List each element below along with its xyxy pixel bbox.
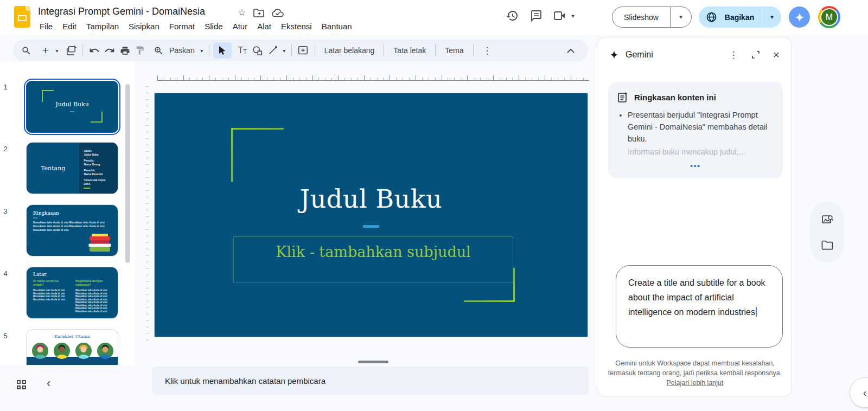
toolbar-divider [473, 44, 474, 56]
toolbar-divider [315, 44, 315, 56]
menu-edit[interactable]: Edit [58, 20, 81, 33]
thumb4-question-2: Bagaimana dengan waktunya? [75, 279, 109, 287]
menu-tools[interactable]: Alat [252, 20, 276, 33]
select-tool-icon[interactable] [213, 42, 232, 59]
folder-icon[interactable] [821, 240, 833, 250]
toolbar-overflow-icon[interactable]: ⋮ [477, 45, 497, 56]
thumb1-title: Judul Buku [27, 101, 118, 108]
insert-shape-icon[interactable] [250, 42, 265, 59]
search-menus-icon[interactable] [18, 42, 34, 59]
star-icon[interactable]: ☆ [238, 8, 246, 18]
menu-file[interactable]: File [35, 20, 58, 33]
slide-subtitle-textbox[interactable]: Klik - tambahkan subjudul [233, 236, 513, 283]
slideshow-button[interactable]: Slideshow ▾ [612, 7, 692, 28]
gemini-panel-spark-icon [609, 50, 619, 60]
summary-expand-dots[interactable]: ••• [608, 162, 783, 170]
slide-thumbnail-3[interactable]: Ringkasan Masukkan teks Anda di sini Mas… [26, 204, 118, 256]
version-history-icon[interactable] [506, 9, 519, 22]
gemini-expand-icon[interactable] [751, 50, 760, 59]
redo-icon[interactable] [102, 42, 117, 59]
comment-history-icon[interactable] [529, 9, 542, 22]
slides-logo-icon[interactable] [14, 6, 30, 28]
grid-view-icon[interactable] [17, 380, 26, 389]
menu-help[interactable]: Bantuan [317, 20, 357, 33]
books-illustration [87, 234, 112, 252]
background-button[interactable]: Latar belakang [319, 43, 380, 58]
thumb1-corner-tl [42, 90, 54, 102]
fit-zoom-select[interactable]: Paskan [166, 46, 198, 55]
thumb1-dash [70, 111, 74, 112]
move-folder-icon[interactable] [253, 9, 264, 17]
character-avatar-4 [97, 343, 113, 359]
fit-zoom-caret-icon[interactable]: ▾ [199, 48, 205, 54]
insert-line-caret-icon[interactable]: ▾ [281, 48, 288, 54]
gemini-close-icon[interactable]: × [773, 49, 780, 60]
share-label: Bagikan [717, 13, 762, 22]
new-slide-caret-icon[interactable]: ▾ [54, 48, 60, 54]
menu-insert[interactable]: Sisipkan [124, 20, 164, 33]
video-call-icon[interactable] [553, 10, 566, 22]
thumb1-corner-br [91, 112, 103, 123]
thumb2-dash [84, 188, 90, 189]
layout-button[interactable]: Tata letak [388, 43, 431, 58]
new-slide-plus-icon[interactable]: + [38, 42, 53, 59]
toolbar-divider [384, 44, 384, 56]
share-caret-icon[interactable]: ▾ [763, 14, 781, 21]
document-title[interactable]: Integrasi Prompt Gemini - DomaiNesia [38, 6, 205, 17]
slide-thumbnail-1[interactable]: Judul Buku [24, 79, 120, 135]
character-avatar-3 [75, 343, 92, 359]
speaker-notes[interactable]: Klik untuk menambahkan catatan pembicara [152, 367, 589, 395]
thumb2-title: Tentang [27, 143, 79, 194]
paint-format-icon[interactable] [132, 42, 148, 59]
cloud-status-icon[interactable] [272, 9, 284, 17]
gemini-prompt-text: Create a title and subtitle for a book a… [628, 278, 765, 317]
menu-extensions[interactable]: Ekstensi [276, 20, 317, 33]
video-call-caret-icon[interactable]: ▾ [570, 13, 576, 19]
collapse-toolbar-icon[interactable] [563, 42, 578, 59]
gemini-panel-header: Gemini ⋮ × [597, 37, 792, 72]
zoom-icon[interactable] [151, 42, 166, 59]
toolbar-divider [82, 44, 83, 56]
theme-button[interactable]: Tema [439, 43, 469, 58]
gemini-overflow-icon[interactable]: ⋮ [729, 49, 738, 61]
thumb3-dash [33, 217, 37, 219]
collapse-panel-button[interactable]: ‹ [850, 377, 868, 408]
add-comment-icon[interactable] [296, 42, 311, 59]
slide-thumbnail-5[interactable]: Karakter Utama [26, 329, 118, 365]
thumb3-title: Ringkasan [33, 210, 59, 216]
new-slide-layout-icon[interactable] [63, 42, 79, 59]
summary-title: Ringkasan konten ini [634, 93, 716, 102]
thumb4-title: Latar [33, 272, 47, 277]
menu-format[interactable]: Format [164, 20, 200, 33]
insert-line-icon[interactable] [265, 42, 280, 59]
thumb5-title: Karakter Utama [27, 334, 118, 339]
menu-view[interactable]: Tampilan [81, 20, 124, 33]
slideshow-caret-icon[interactable]: ▾ [671, 14, 691, 21]
current-slide[interactable]: Judul Buku Klik - tambahkan subjudul [155, 93, 588, 337]
toolbar-divider [209, 44, 209, 56]
gemini-spark-button[interactable] [789, 7, 810, 28]
filmstrip-scrollbar[interactable] [125, 84, 130, 263]
gemini-panel-title: Gemini [626, 50, 653, 60]
slide-thumbnail-4[interactable]: Latar Di mana ceritanya terjadi? Masukka… [26, 267, 118, 319]
disclaimer-text: Gemini untuk Workspace dapat membuat kes… [608, 359, 782, 377]
share-button[interactable]: Bagikan ▾ [699, 7, 781, 28]
summary-bullet-2: Informasi buku mencakup judul,... [628, 146, 773, 158]
avatar-initial: M [820, 8, 838, 26]
collapse-filmstrip-icon[interactable]: ‹ [47, 376, 50, 390]
undo-icon[interactable] [87, 42, 102, 59]
learn-more-link[interactable]: Pelajari lebih lanjut [667, 379, 724, 387]
slide-title-textbox[interactable]: Judul Buku [155, 184, 588, 214]
slide-thumbnail-2[interactable]: Tentang Judul: Judul Buku Penulis: Nama … [26, 142, 118, 194]
notes-resize-handle[interactable] [358, 361, 388, 363]
slide-title-dash [363, 225, 379, 228]
account-avatar[interactable]: M [818, 6, 840, 28]
menu-slide[interactable]: Slide [200, 20, 227, 33]
menu-arrange[interactable]: Atur [228, 20, 253, 33]
gemini-prompt-input[interactable]: Create a title and subtitle for a book a… [616, 265, 783, 348]
thumb4-body-2: Masukkan teks Anda di sini Masukkan teks… [75, 289, 109, 313]
text-box-icon[interactable]: TT [235, 42, 250, 59]
print-icon[interactable] [117, 42, 132, 59]
image-search-icon[interactable] [821, 214, 833, 226]
slide-5-number: 5 [0, 332, 11, 340]
